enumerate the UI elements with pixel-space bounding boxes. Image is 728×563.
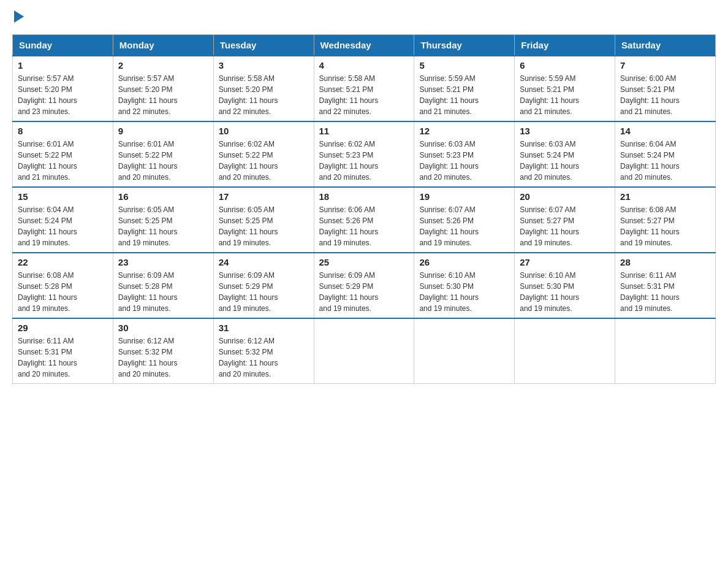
day-info: Sunrise: 6:03 AMSunset: 5:24 PMDaylight:… <box>520 140 579 182</box>
calendar-cell <box>314 318 414 384</box>
day-info: Sunrise: 5:57 AMSunset: 5:20 PMDaylight:… <box>118 74 178 116</box>
day-info: Sunrise: 6:11 AMSunset: 5:31 PMDaylight:… <box>620 271 680 313</box>
day-info: Sunrise: 6:04 AMSunset: 5:24 PMDaylight:… <box>620 140 680 182</box>
day-info: Sunrise: 5:59 AMSunset: 5:21 PMDaylight:… <box>419 74 479 116</box>
day-number: 23 <box>118 257 208 267</box>
calendar-cell: 27 Sunrise: 6:10 AMSunset: 5:30 PMDaylig… <box>515 253 615 318</box>
day-info: Sunrise: 6:02 AMSunset: 5:22 PMDaylight:… <box>219 140 278 182</box>
calendar-cell: 8 Sunrise: 6:01 AMSunset: 5:22 PMDayligh… <box>13 121 113 187</box>
calendar-cell: 4 Sunrise: 5:58 AMSunset: 5:21 PMDayligh… <box>314 56 414 121</box>
day-number: 28 <box>620 257 710 267</box>
calendar-cell: 31 Sunrise: 6:12 AMSunset: 5:32 PMDaylig… <box>213 318 314 384</box>
calendar-cell: 14 Sunrise: 6:04 AMSunset: 5:24 PMDaylig… <box>615 121 716 187</box>
calendar-cell: 23 Sunrise: 6:09 AMSunset: 5:28 PMDaylig… <box>113 253 213 318</box>
day-number: 8 <box>18 126 108 136</box>
calendar-cell: 26 Sunrise: 6:10 AMSunset: 5:30 PMDaylig… <box>414 253 515 318</box>
day-info: Sunrise: 6:10 AMSunset: 5:30 PMDaylight:… <box>419 271 479 313</box>
calendar-cell: 9 Sunrise: 6:01 AMSunset: 5:22 PMDayligh… <box>113 121 213 187</box>
logo <box>12 12 24 25</box>
calendar-cell: 3 Sunrise: 5:58 AMSunset: 5:20 PMDayligh… <box>213 56 314 121</box>
calendar-cell: 11 Sunrise: 6:02 AMSunset: 5:23 PMDaylig… <box>314 121 414 187</box>
day-info: Sunrise: 6:12 AMSunset: 5:32 PMDaylight:… <box>219 337 278 378</box>
day-info: Sunrise: 6:04 AMSunset: 5:24 PMDaylight:… <box>18 205 77 247</box>
day-number: 1 <box>18 60 108 71</box>
weekday-header-friday: Friday <box>515 35 615 56</box>
calendar-cell: 30 Sunrise: 6:12 AMSunset: 5:32 PMDaylig… <box>113 318 213 384</box>
day-info: Sunrise: 6:07 AMSunset: 5:26 PMDaylight:… <box>419 205 479 247</box>
day-number: 27 <box>520 257 610 267</box>
calendar-cell: 6 Sunrise: 5:59 AMSunset: 5:21 PMDayligh… <box>515 56 615 121</box>
calendar-cell: 16 Sunrise: 6:05 AMSunset: 5:25 PMDaylig… <box>113 187 213 253</box>
calendar-cell: 13 Sunrise: 6:03 AMSunset: 5:24 PMDaylig… <box>515 121 615 187</box>
calendar-week-row: 15 Sunrise: 6:04 AMSunset: 5:24 PMDaylig… <box>13 187 716 253</box>
day-info: Sunrise: 5:57 AMSunset: 5:20 PMDaylight:… <box>18 74 77 116</box>
day-number: 19 <box>419 191 509 202</box>
calendar-cell: 22 Sunrise: 6:08 AMSunset: 5:28 PMDaylig… <box>13 253 113 318</box>
day-number: 9 <box>118 126 208 136</box>
calendar-cell: 28 Sunrise: 6:11 AMSunset: 5:31 PMDaylig… <box>615 253 716 318</box>
day-info: Sunrise: 6:01 AMSunset: 5:22 PMDaylight:… <box>18 140 77 182</box>
calendar-cell: 10 Sunrise: 6:02 AMSunset: 5:22 PMDaylig… <box>213 121 314 187</box>
day-info: Sunrise: 6:09 AMSunset: 5:29 PMDaylight:… <box>219 271 278 313</box>
calendar-cell <box>515 318 615 384</box>
calendar-cell: 7 Sunrise: 6:00 AMSunset: 5:21 PMDayligh… <box>615 56 716 121</box>
day-info: Sunrise: 6:03 AMSunset: 5:23 PMDaylight:… <box>419 140 479 182</box>
calendar-cell: 21 Sunrise: 6:08 AMSunset: 5:27 PMDaylig… <box>615 187 716 253</box>
page-header <box>12 12 716 25</box>
weekday-header-sunday: Sunday <box>13 35 113 56</box>
calendar-cell: 17 Sunrise: 6:05 AMSunset: 5:25 PMDaylig… <box>213 187 314 253</box>
day-info: Sunrise: 6:10 AMSunset: 5:30 PMDaylight:… <box>520 271 579 313</box>
calendar-week-row: 8 Sunrise: 6:01 AMSunset: 5:22 PMDayligh… <box>13 121 716 187</box>
logo-arrow-icon <box>14 10 24 23</box>
day-info: Sunrise: 6:09 AMSunset: 5:29 PMDaylight:… <box>319 271 379 313</box>
day-number: 24 <box>219 257 309 267</box>
day-info: Sunrise: 6:06 AMSunset: 5:26 PMDaylight:… <box>319 205 379 247</box>
day-number: 21 <box>620 191 710 202</box>
day-info: Sunrise: 6:12 AMSunset: 5:32 PMDaylight:… <box>118 337 178 378</box>
calendar-cell: 2 Sunrise: 5:57 AMSunset: 5:20 PMDayligh… <box>113 56 213 121</box>
calendar-table: SundayMondayTuesdayWednesdayThursdayFrid… <box>12 34 716 384</box>
day-number: 17 <box>219 191 309 202</box>
day-number: 22 <box>18 257 108 267</box>
day-number: 29 <box>18 323 108 333</box>
day-info: Sunrise: 6:09 AMSunset: 5:28 PMDaylight:… <box>118 271 178 313</box>
calendar-cell: 15 Sunrise: 6:04 AMSunset: 5:24 PMDaylig… <box>13 187 113 253</box>
day-number: 7 <box>620 60 710 71</box>
day-number: 30 <box>118 323 208 333</box>
day-info: Sunrise: 6:08 AMSunset: 5:28 PMDaylight:… <box>18 271 77 313</box>
day-info: Sunrise: 6:08 AMSunset: 5:27 PMDaylight:… <box>620 205 680 247</box>
calendar-cell: 20 Sunrise: 6:07 AMSunset: 5:27 PMDaylig… <box>515 187 615 253</box>
calendar-cell: 25 Sunrise: 6:09 AMSunset: 5:29 PMDaylig… <box>314 253 414 318</box>
calendar-cell: 12 Sunrise: 6:03 AMSunset: 5:23 PMDaylig… <box>414 121 515 187</box>
day-number: 20 <box>520 191 610 202</box>
calendar-week-row: 29 Sunrise: 6:11 AMSunset: 5:31 PMDaylig… <box>13 318 716 384</box>
day-info: Sunrise: 6:11 AMSunset: 5:31 PMDaylight:… <box>18 337 77 378</box>
calendar-cell: 1 Sunrise: 5:57 AMSunset: 5:20 PMDayligh… <box>13 56 113 121</box>
weekday-header-row: SundayMondayTuesdayWednesdayThursdayFrid… <box>13 35 716 56</box>
calendar-cell: 29 Sunrise: 6:11 AMSunset: 5:31 PMDaylig… <box>13 318 113 384</box>
weekday-header-monday: Monday <box>113 35 213 56</box>
day-number: 10 <box>219 126 309 136</box>
day-info: Sunrise: 6:00 AMSunset: 5:21 PMDaylight:… <box>620 74 680 116</box>
day-info: Sunrise: 6:01 AMSunset: 5:22 PMDaylight:… <box>118 140 178 182</box>
calendar-cell <box>414 318 515 384</box>
weekday-header-wednesday: Wednesday <box>314 35 414 56</box>
calendar-cell: 19 Sunrise: 6:07 AMSunset: 5:26 PMDaylig… <box>414 187 515 253</box>
day-number: 3 <box>219 60 309 71</box>
day-number: 16 <box>118 191 208 202</box>
calendar-cell <box>615 318 716 384</box>
day-number: 6 <box>520 60 610 71</box>
day-number: 11 <box>319 126 409 136</box>
day-number: 25 <box>319 257 409 267</box>
calendar-cell: 5 Sunrise: 5:59 AMSunset: 5:21 PMDayligh… <box>414 56 515 121</box>
day-number: 2 <box>118 60 208 71</box>
calendar-week-row: 22 Sunrise: 6:08 AMSunset: 5:28 PMDaylig… <box>13 253 716 318</box>
day-number: 18 <box>319 191 409 202</box>
day-number: 13 <box>520 126 610 136</box>
weekday-header-tuesday: Tuesday <box>213 35 314 56</box>
calendar-week-row: 1 Sunrise: 5:57 AMSunset: 5:20 PMDayligh… <box>13 56 716 121</box>
day-number: 14 <box>620 126 710 136</box>
day-number: 15 <box>18 191 108 202</box>
day-info: Sunrise: 6:05 AMSunset: 5:25 PMDaylight:… <box>118 205 178 247</box>
day-info: Sunrise: 6:07 AMSunset: 5:27 PMDaylight:… <box>520 205 579 247</box>
